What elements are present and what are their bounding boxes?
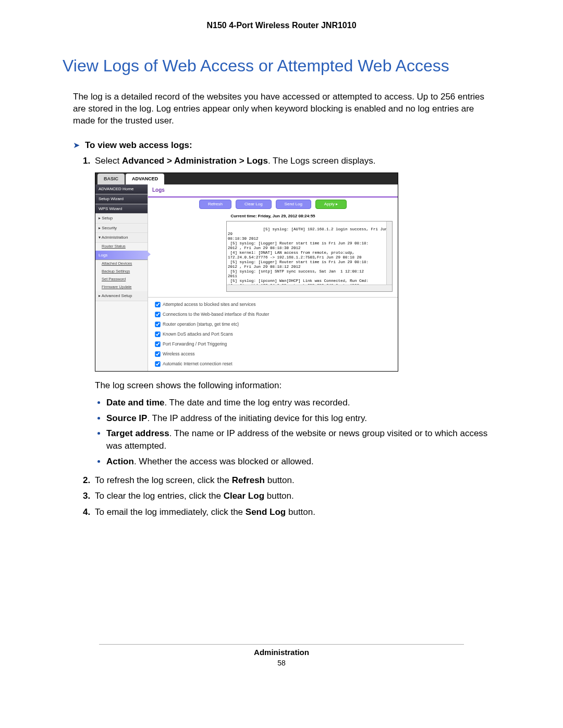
step-text: To email the log immediately, click the <box>95 507 246 517</box>
step-bold: Refresh <box>232 475 265 485</box>
bullet-date-time: Date and time. The date and time the log… <box>106 397 490 409</box>
step-3: To clear the log entries, click the Clea… <box>93 490 490 503</box>
page-title: View Logs of Web Access or Attempted Web… <box>63 56 500 76</box>
check-dos-portscans[interactable]: Known DoS attacks and Port Scans <box>152 329 394 339</box>
sidebar-sub-backup[interactable]: Backup Settings <box>95 268 148 276</box>
bullet-term: Source IP <box>106 413 147 423</box>
step-text: To clear the log entries, click the <box>95 491 224 501</box>
check-label: Automatic Internet connection reset <box>163 361 232 366</box>
checkbox-icon[interactable] <box>155 361 160 366</box>
bullet-source-ip: Source IP. The IP address of the initiat… <box>106 412 490 425</box>
info-bullets: Date and time. The date and time the log… <box>106 397 490 468</box>
sidebar-security[interactable]: ▸ Security <box>95 224 148 233</box>
after-screenshot-text: The log screen shows the following infor… <box>95 379 490 392</box>
sidebar-sub-logs[interactable]: Logs <box>95 251 148 261</box>
step-bold: Clear Log <box>224 491 264 501</box>
log-text: [5] syslog: [AUTH] 192.168.1.2 login suc… <box>228 227 390 292</box>
scrollbar-vertical[interactable] <box>386 221 392 285</box>
checkbox-group: Attempted access to blocked sites and se… <box>148 297 398 371</box>
sidebar-sub-router-status[interactable]: Router Status <box>95 243 148 251</box>
sidebar-sub-attached[interactable]: Attached Devices <box>95 260 148 268</box>
checkbox-icon[interactable] <box>155 322 160 327</box>
check-label: Wireless access <box>163 351 194 356</box>
router-screenshot: BASIC ADVANCED ADVANCED Home Setup Wizar… <box>95 172 398 372</box>
bullet-desc: . Whether the access was blocked or allo… <box>134 456 314 466</box>
step1-suffix: . The Logs screen displays. <box>268 156 376 166</box>
check-label: Connections to the Web-based interface o… <box>163 312 269 317</box>
check-web-interface[interactable]: Connections to the Web-based interface o… <box>152 310 394 319</box>
step-text: button. <box>264 491 294 501</box>
check-auto-reset[interactable]: Automatic Internet connection reset <box>152 359 394 369</box>
step-bold: Send Log <box>246 507 286 517</box>
scrollbar-horizontal[interactable] <box>227 285 392 291</box>
check-label: Port Forwarding / Port Triggering <box>163 341 227 347</box>
check-label: Router operation (startup, get time etc) <box>163 322 239 327</box>
check-blocked-sites[interactable]: Attempted access to blocked sites and se… <box>152 300 394 310</box>
sidebar-advanced-setup[interactable]: ▸ Advanced Setup <box>95 291 148 301</box>
step1-path: Advanced > Administration > Logs <box>122 156 268 166</box>
step-1: Select Advanced > Administration > Logs.… <box>93 155 490 468</box>
checkbox-icon[interactable] <box>155 351 160 356</box>
checkbox-icon[interactable] <box>155 312 160 317</box>
step1-prefix: Select <box>95 156 122 166</box>
step-text: To refresh the log screen, click the <box>95 475 232 485</box>
sidebar-sub-firmware-update[interactable]: Firmware Update <box>95 283 148 291</box>
current-time-label: Current time: Friday, Jun 29, 2012 08:24… <box>148 212 398 221</box>
check-label: Attempted access to blocked sites and se… <box>163 302 256 307</box>
screenshot-page-title: Logs <box>148 184 398 196</box>
bullet-target-address: Target address. The name or IP address o… <box>106 427 490 452</box>
procedure-title: To view web access logs: <box>85 140 192 151</box>
step-2: To refresh the log screen, click the Ref… <box>93 474 490 487</box>
checkbox-icon[interactable] <box>155 331 160 337</box>
tab-basic[interactable]: BASIC <box>97 174 125 184</box>
tab-advanced[interactable]: ADVANCED <box>126 174 164 184</box>
checkbox-icon[interactable] <box>155 341 160 347</box>
procedure-heading: ➤ To view web access logs: <box>73 140 490 151</box>
log-textarea[interactable]: [5] syslog: [AUTH] 192.168.1.2 login suc… <box>226 221 393 292</box>
check-label: Known DoS attacks and Port Scans <box>163 331 233 337</box>
footer-section: Administration <box>99 648 464 657</box>
purple-divider <box>148 196 398 198</box>
sidebar-setup[interactable]: ▸ Setup <box>95 214 148 224</box>
button-row: Refresh Clear Log Send Log Apply ▸ <box>148 199 398 212</box>
apply-button[interactable]: Apply ▸ <box>315 200 347 209</box>
tab-bar: BASIC ADVANCED <box>95 173 398 184</box>
clear-log-button[interactable]: Clear Log <box>236 200 272 209</box>
bullet-desc: . The IP address of the initiating devic… <box>147 413 366 423</box>
intro-paragraph: The log is a detailed record of the webs… <box>73 91 490 127</box>
sidebar-sub-set-password[interactable]: Set Password <box>95 276 148 283</box>
sidebar-adv-home[interactable]: ADVANCED Home <box>95 184 148 194</box>
check-router-operation[interactable]: Router operation (startup, get time etc) <box>152 319 394 329</box>
footer: Administration 58 <box>99 644 464 667</box>
bullet-term: Date and time <box>106 398 164 408</box>
check-wireless-access[interactable]: Wireless access <box>152 349 394 359</box>
sidebar-setup-wizard[interactable]: Setup Wizard <box>95 194 148 204</box>
checkbox-icon[interactable] <box>155 302 160 307</box>
bullet-action: Action. Whether the access was blocked o… <box>106 455 490 468</box>
sidebar-administration[interactable]: ▾ Administration <box>95 233 148 243</box>
sidebar: ADVANCED Home Setup Wizard WPS Wizard ▸ … <box>95 184 148 371</box>
step-4: To email the log immediately, click the … <box>93 506 490 519</box>
send-log-button[interactable]: Send Log <box>276 200 311 209</box>
screenshot-main: Logs Refresh Clear Log Send Log Apply ▸ … <box>148 184 398 371</box>
refresh-button[interactable]: Refresh <box>199 200 231 209</box>
bullet-desc: . The date and time the log entry was re… <box>164 398 350 408</box>
step-text: button. <box>286 507 315 517</box>
sidebar-wps-wizard[interactable]: WPS Wizard <box>95 204 148 214</box>
check-port-forwarding[interactable]: Port Forwarding / Port Triggering <box>152 339 394 349</box>
steps-list: Select Advanced > Administration > Logs.… <box>78 155 490 519</box>
step-text: button. <box>265 475 295 485</box>
bullet-term: Action <box>106 456 134 466</box>
header-product: N150 4-Port Wireless Router JNR1010 <box>63 21 500 30</box>
bullet-term: Target address <box>106 428 169 438</box>
page-number: 58 <box>99 659 464 667</box>
chevron-right-icon: ➤ <box>73 140 80 150</box>
